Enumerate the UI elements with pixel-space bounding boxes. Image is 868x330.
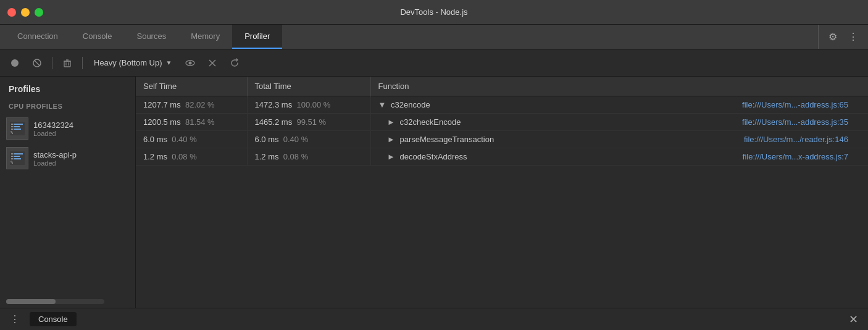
sidebar-header: Profiles (0, 77, 135, 99)
refresh-button[interactable] (225, 53, 244, 73)
col-header-function[interactable]: Function (370, 77, 868, 96)
console-tab-tag[interactable]: Console (30, 312, 77, 326)
tab-bar-actions: ⚙ ⋮ (818, 25, 868, 49)
minimize-button[interactable] (21, 8, 30, 17)
table-header-row: Self Time Total Time Function (136, 77, 868, 96)
cell-function-0: ▼ c32encode file:///Users/m...-address.j… (370, 96, 868, 114)
tab-memory[interactable]: Memory (178, 25, 232, 49)
close-button[interactable] (7, 8, 16, 17)
func-link-1[interactable]: file:///Users/m...-address.js:35 (742, 117, 848, 127)
func-link-2[interactable]: file:///Users/m.../reader.js:146 (744, 135, 848, 144)
sidebar-scrollbar-thumb (6, 299, 56, 304)
window-title: DevTools - Node.js (400, 7, 467, 17)
cell-total-time-2: 6.0 ms 0.40 % (247, 131, 370, 148)
cell-self-time-0: 1207.7 ms 82.02 % (136, 96, 247, 114)
window-controls (7, 8, 43, 17)
svg-rect-22 (11, 156, 13, 157)
refresh-icon (230, 58, 240, 68)
profile-icon-2: % (6, 147, 28, 169)
toolbar: Heavy (Bottom Up) ▼ (0, 49, 868, 77)
title-bar: DevTools - Node.js (0, 0, 868, 25)
tab-sources[interactable]: Sources (124, 25, 178, 49)
more-button[interactable]: ⋮ (845, 28, 862, 45)
col-header-total-time[interactable]: Total Time (247, 77, 370, 96)
record-icon (10, 58, 20, 68)
svg-rect-17 (14, 126, 20, 127)
svg-rect-14 (11, 126, 13, 127)
svg-rect-21 (11, 153, 13, 154)
svg-rect-23 (11, 158, 13, 159)
svg-rect-3 (64, 61, 70, 67)
cell-total-time-1: 1465.2 ms 99.51 % (247, 114, 370, 131)
svg-rect-24 (14, 153, 23, 154)
content-area: Self Time Total Time Function 1207.7 ms … (136, 77, 868, 308)
cell-self-time-1: 1200.5 ms 81.54 % (136, 114, 247, 131)
toolbar-separator-1 (52, 57, 52, 69)
tab-console[interactable]: Console (70, 25, 125, 49)
col-header-self-time[interactable]: Self Time (136, 77, 247, 96)
tab-bar: Connection Console Sources Memory Profil… (0, 25, 868, 49)
tab-list: Connection Console Sources Memory Profil… (5, 25, 818, 49)
maximize-button[interactable] (35, 8, 43, 17)
table-wrapper[interactable]: Self Time Total Time Function 1207.7 ms … (136, 77, 868, 308)
trash-icon (62, 58, 72, 68)
cell-self-time-2: 6.0 ms 0.40 % (136, 131, 247, 148)
bottom-bar: ⋮ Console ✕ (0, 308, 868, 330)
svg-rect-25 (14, 156, 20, 157)
func-link-0[interactable]: file:///Users/m...-address.js:65 (742, 100, 848, 109)
svg-point-0 (11, 59, 19, 67)
stop-icon (32, 58, 42, 68)
close-x-icon (208, 59, 217, 67)
cell-total-time-3: 1.2 ms 0.08 % (247, 148, 370, 166)
eye-icon (185, 57, 196, 69)
profile-thumbnail-2: % (10, 151, 25, 165)
table-row[interactable]: 1200.5 ms 81.54 % 1465.2 ms 99.51 % ► c3… (136, 114, 868, 131)
settings-button[interactable]: ⚙ (825, 28, 841, 45)
tab-profiler[interactable]: Profiler (232, 25, 282, 49)
table-row[interactable]: 1207.7 ms 82.02 % 1472.3 ms 100.00 % ▼ c… (136, 96, 868, 114)
svg-rect-16 (14, 124, 23, 125)
svg-rect-26 (14, 158, 21, 159)
profile-thumbnail-1: % (10, 122, 25, 135)
profile-icon-1: % (6, 117, 28, 140)
svg-line-2 (35, 61, 40, 66)
eye-button[interactable] (180, 53, 200, 73)
main-layout: Profiles CPU PROFILES % 163432324 Loaded (0, 77, 868, 308)
profile-info-1: 163432324 Loaded (33, 121, 73, 137)
clear-filter-button[interactable] (202, 53, 222, 73)
cell-function-2: ► parseMessageTransaction file:///Users/… (370, 131, 868, 148)
svg-rect-13 (11, 124, 13, 125)
profile-item-2[interactable]: % stacks-api-p Loaded (0, 143, 135, 173)
table-row[interactable]: 6.0 ms 0.40 % 6.0 ms 0.40 % ► parseMessa… (136, 131, 868, 148)
table-row[interactable]: 1.2 ms 0.08 % 1.2 ms 0.08 % ► decodeStxA… (136, 148, 868, 166)
bottom-more-button[interactable]: ⋮ (6, 312, 23, 326)
profiler-table: Self Time Total Time Function 1207.7 ms … (136, 77, 868, 166)
tab-connection[interactable]: Connection (5, 25, 70, 49)
toolbar-separator-2 (82, 57, 83, 69)
bottom-close-button[interactable]: ✕ (845, 311, 862, 328)
svg-point-9 (189, 61, 192, 64)
profile-item-1[interactable]: % 163432324 Loaded (0, 114, 135, 143)
func-link-3[interactable]: file:///Users/m...x-address.js:7 (743, 152, 848, 161)
delete-button[interactable] (57, 53, 77, 73)
svg-rect-15 (11, 129, 13, 130)
sidebar: Profiles CPU PROFILES % 163432324 Loaded (0, 77, 136, 308)
cell-total-time-0: 1472.3 ms 100.00 % (247, 96, 370, 114)
cell-self-time-3: 1.2 ms 0.08 % (136, 148, 247, 166)
svg-rect-18 (14, 129, 21, 130)
sidebar-scrollbar-track[interactable] (6, 299, 104, 304)
record-button[interactable] (5, 53, 25, 73)
view-mode-dropdown[interactable]: Heavy (Bottom Up) ▼ (88, 56, 178, 70)
profile-info-2: stacks-api-p Loaded (33, 150, 77, 167)
stop-button[interactable] (27, 53, 47, 73)
sidebar-footer (0, 295, 135, 308)
sidebar-section-title: CPU PROFILES (0, 99, 135, 114)
cell-function-3: ► decodeStxAddress file:///Users/m...x-a… (370, 148, 868, 166)
cell-function-1: ► c32checkEncode file:///Users/m...-addr… (370, 114, 868, 131)
